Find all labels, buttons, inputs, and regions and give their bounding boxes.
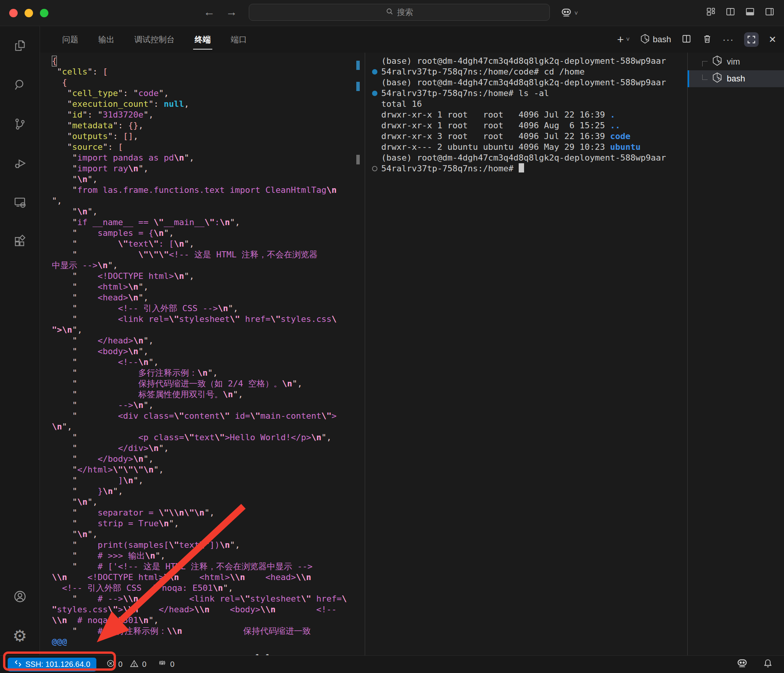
terminal-row: " </div>\n", bbox=[52, 443, 365, 454]
forwarded-ports-indicator[interactable]: 0 bbox=[158, 659, 174, 670]
scrollbar-thumb[interactable] bbox=[356, 155, 360, 164]
terminal-row: (base) root@dm-4dgh47cm3q4d8q8lgk2q-depl… bbox=[368, 77, 687, 88]
more-actions-icon[interactable]: ··· bbox=[723, 34, 734, 45]
terminal-row: 54ralrv37tp-758q7ns:/home# ls -al bbox=[368, 88, 687, 99]
terminal-row: ">\n", bbox=[52, 325, 365, 335]
terminal-row: " }\n", bbox=[52, 486, 365, 497]
run-and-debug-icon[interactable] bbox=[0, 144, 40, 183]
terminal-row: " <link rel=\"stylesheet\" href=\"styles… bbox=[52, 314, 365, 325]
terminal-row: (base) root@dm-4dgh47cm3q4d8q8lgk2q-depl… bbox=[368, 153, 687, 163]
close-window-button[interactable] bbox=[9, 9, 18, 17]
account-icon[interactable] bbox=[0, 577, 40, 616]
search-icon bbox=[385, 7, 394, 18]
terminal-row: 54ralrv37tp-758q7ns:/home/code# cd /home bbox=[368, 66, 687, 77]
terminal-row: 中显示 -->\n", bbox=[52, 260, 365, 271]
extensions-icon[interactable] bbox=[0, 222, 40, 261]
terminal-row: " <div class=\"content\" id=\"main-conte… bbox=[52, 411, 365, 421]
search-view-icon[interactable] bbox=[0, 65, 40, 104]
terminal-row: "execution_count": null, bbox=[52, 99, 365, 109]
terminal-row: " 多行注释示例：\n", bbox=[52, 368, 365, 378]
terminal-row: " <head>\n", bbox=[52, 292, 365, 303]
terminal-row: " # 多行注释示例：\\n 保持代码缩进一致 bbox=[52, 626, 365, 637]
notifications-bell-icon[interactable] bbox=[762, 658, 773, 671]
terminal-row: " </head>\n", bbox=[52, 335, 365, 346]
customize-layout-icon[interactable] bbox=[706, 7, 716, 17]
terminal-row: "\n", bbox=[52, 174, 365, 185]
maximize-panel-icon[interactable] bbox=[744, 32, 759, 47]
terminal-list-label: bash bbox=[727, 74, 745, 84]
terminal-row: "styles.css\">\\n </head>\\n <body>\\n <… bbox=[52, 604, 365, 615]
terminal-row: " # -->\\n <link rel=\"stylesheet\" href… bbox=[52, 593, 365, 604]
terminal-list-item-vim[interactable]: $_vim bbox=[688, 53, 784, 70]
terminal-row: " \"text\": [\n", bbox=[52, 239, 365, 249]
terminal-row: \\n # noqa: E501\n", bbox=[52, 615, 365, 626]
remote-explorer-icon[interactable] bbox=[0, 183, 40, 222]
terminal-row: " <!-- 引入外部 CSS -->\n", bbox=[52, 303, 365, 314]
terminal-row: " <!--\n", bbox=[52, 357, 365, 368]
terminal-list-item-bash[interactable]: $_bash bbox=[688, 70, 784, 87]
command-decoration-icon[interactable] bbox=[372, 91, 377, 96]
bash-terminal-icon: $_ bbox=[640, 33, 650, 46]
panel-header: 问题输出调试控制台终端端口 + ˅ $_ bash ··· bbox=[40, 26, 784, 53]
toggle-panel-icon[interactable] bbox=[745, 7, 755, 17]
copilot-icon[interactable] bbox=[560, 6, 573, 21]
terminal-row: "metadata": {}, bbox=[52, 120, 365, 131]
new-terminal-button[interactable]: + bbox=[617, 33, 624, 46]
terminal-row: " -->\n", bbox=[52, 400, 365, 411]
terminal-profile-chevron-icon[interactable]: ˅ bbox=[626, 36, 630, 43]
terminal-row: " # ['<!-- 这是 HTML 注释，不会在浏览器中显示 --> bbox=[52, 561, 365, 572]
terminal-row: " separator = \"\\n\"\n", bbox=[52, 507, 365, 518]
zoom-window-button[interactable] bbox=[40, 9, 48, 17]
panel-tabs: 问题输出调试控制台终端端口 bbox=[52, 26, 257, 53]
minimize-window-button[interactable] bbox=[25, 9, 33, 17]
terminal-row: "import ray\n", bbox=[52, 163, 365, 174]
terminal-row: "cells": [ bbox=[52, 66, 365, 77]
remote-ssh-indicator[interactable]: SSH: 101.126.64.0 bbox=[8, 658, 96, 671]
command-decoration-icon[interactable] bbox=[372, 69, 377, 75]
source-control-icon[interactable] bbox=[0, 104, 40, 144]
terminal-row: ", bbox=[52, 196, 365, 206]
command-decoration-empty-icon[interactable] bbox=[372, 166, 377, 171]
explorer-icon[interactable] bbox=[0, 26, 40, 65]
panel-tab[interactable]: 输出 bbox=[88, 26, 124, 53]
copilot-status-icon[interactable] bbox=[736, 657, 749, 672]
terminal-row: "source": [ bbox=[52, 142, 365, 153]
status-bar: SSH: 101.126.64.0 0 0 bbox=[0, 655, 784, 673]
terminal-row: { bbox=[52, 77, 365, 88]
terminal-row: " <body>\n", bbox=[52, 346, 365, 357]
svg-text:$_: $_ bbox=[718, 76, 721, 80]
terminal-row: " <!DOCTYPE html>\n", bbox=[52, 271, 365, 282]
command-center-search[interactable]: 搜索 bbox=[249, 4, 550, 21]
radio-tower-icon bbox=[158, 659, 167, 670]
panel-tab[interactable]: 调试控制台 bbox=[124, 26, 185, 53]
settings-gear-icon[interactable]: ⚙ bbox=[0, 616, 40, 655]
vim-terminal-pane[interactable]: { "cells": [ { "cell_type": "code", "exe… bbox=[40, 53, 365, 655]
terminal-row: "\n", bbox=[52, 497, 365, 507]
split-editor-icon[interactable] bbox=[725, 7, 736, 17]
window-controls bbox=[9, 9, 48, 17]
svg-text:$_: $_ bbox=[718, 60, 721, 63]
close-panel-icon[interactable]: ✕ bbox=[769, 34, 776, 45]
terminal-row: (base) root@dm-4dgh47cm3q4d8q8lgk2q-depl… bbox=[368, 56, 687, 66]
problems-indicator[interactable]: 0 0 bbox=[106, 659, 146, 670]
panel-tab[interactable]: 问题 bbox=[52, 26, 88, 53]
error-count: 0 bbox=[118, 660, 122, 669]
split-terminal-icon[interactable] bbox=[681, 33, 692, 46]
panel-tab[interactable]: 终端 bbox=[185, 26, 221, 53]
remote-icon bbox=[14, 659, 22, 670]
chevron-down-icon[interactable]: ˅ bbox=[574, 10, 578, 17]
terminal-row: "from las.frame.functions.text import Cl… bbox=[52, 185, 365, 196]
panel-tab[interactable]: 端口 bbox=[221, 26, 257, 53]
terminal-row: drwxr-xr-x 1 root root 4096 Jul 22 16:39… bbox=[368, 109, 687, 120]
terminal-process-icon: $_ bbox=[711, 72, 723, 86]
terminal-row: "if __name__ == \"__main__\":\n", bbox=[52, 217, 365, 228]
terminal-row: " print(samples[\"text\"])\n", bbox=[52, 540, 365, 550]
toggle-secondary-sidebar-icon[interactable] bbox=[764, 7, 775, 17]
active-terminal-label[interactable]: $_ bash bbox=[640, 33, 671, 46]
back-button[interactable]: ← bbox=[203, 5, 215, 18]
terminal-row: "import pandas as pd\n", bbox=[52, 153, 365, 163]
bash-terminal-pane[interactable]: (base) root@dm-4dgh47cm3q4d8q8lgk2q-depl… bbox=[365, 53, 687, 655]
kill-terminal-icon[interactable] bbox=[702, 33, 713, 46]
terminal-list: $_vim$_bash bbox=[688, 53, 784, 655]
forward-button[interactable]: → bbox=[226, 5, 237, 18]
